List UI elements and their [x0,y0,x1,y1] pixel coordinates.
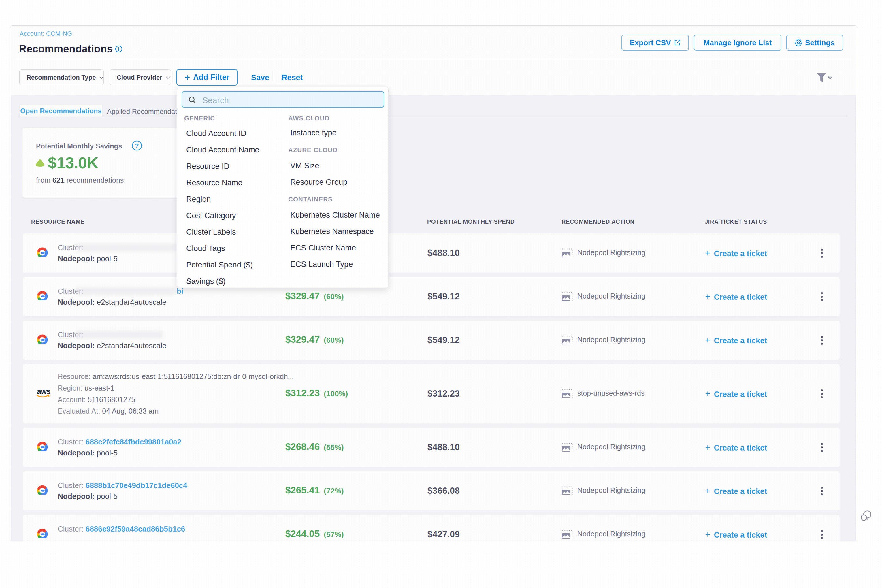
svg-text:aws: aws [37,387,50,396]
svg-text:?: ? [135,142,139,149]
